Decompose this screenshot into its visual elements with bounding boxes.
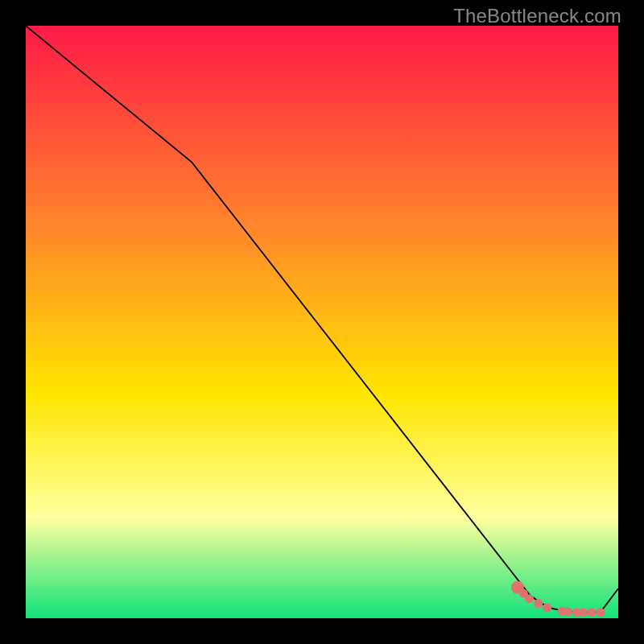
- chart-svg: [26, 26, 618, 618]
- marker-point: [578, 608, 587, 617]
- plot-area: [26, 26, 618, 618]
- marker-point: [525, 594, 534, 603]
- marker-point: [543, 603, 551, 612]
- gradient-background: [26, 26, 618, 618]
- marker-point: [534, 599, 543, 608]
- marker-point: [596, 608, 605, 617]
- chart-frame: TheBottleneck.com: [0, 0, 644, 644]
- marker-point: [587, 608, 596, 617]
- watermark-text: TheBottleneck.com: [453, 5, 621, 27]
- marker-point: [564, 607, 572, 616]
